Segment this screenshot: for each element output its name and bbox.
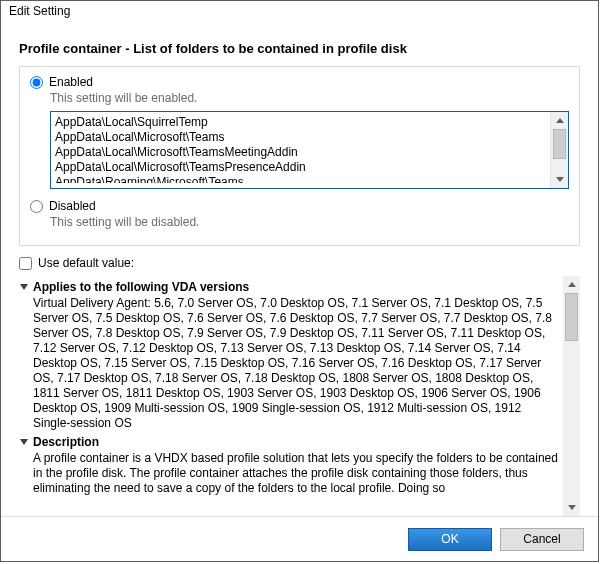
use-default-label: Use default value: — [38, 256, 134, 270]
description-body: A profile container is a VHDX based prof… — [33, 451, 559, 496]
list-item[interactable]: AppData\Local\Microsoft\TeamsMeetingAddi… — [55, 145, 546, 160]
svg-marker-3 — [20, 439, 28, 445]
button-bar: OK Cancel — [1, 516, 598, 561]
setting-value-group: Enabled This setting will be enabled. Ap… — [19, 66, 580, 246]
ok-button[interactable]: OK — [408, 528, 492, 551]
svg-marker-2 — [20, 284, 28, 290]
info-scrollbar[interactable] — [563, 276, 580, 516]
applies-header[interactable]: Applies to the following VDA versions — [19, 280, 559, 294]
list-item[interactable]: AppData\Local\SquirrelTemp — [55, 115, 546, 130]
applies-body: Virtual Delivery Agent: 5.6, 7.0 Server … — [33, 296, 559, 431]
scroll-track[interactable] — [563, 293, 580, 499]
listbox-scrollbar[interactable] — [550, 112, 568, 188]
use-default-row[interactable]: Use default value: — [19, 256, 580, 270]
enabled-desc: This setting will be enabled. — [50, 91, 569, 105]
cancel-button[interactable]: Cancel — [500, 528, 584, 551]
page-title: Profile container - List of folders to b… — [19, 41, 580, 56]
enabled-label: Enabled — [49, 75, 93, 89]
use-default-checkbox[interactable] — [19, 257, 32, 270]
list-item[interactable]: AppData\Local\Microsoft\Teams — [55, 130, 546, 145]
scroll-up-icon[interactable] — [551, 112, 568, 129]
edit-setting-window: Edit Setting Profile container - List of… — [0, 0, 599, 562]
description-header-label: Description — [33, 435, 99, 449]
disabled-radio[interactable] — [30, 200, 43, 213]
disabled-desc: This setting will be disabled. — [50, 215, 569, 229]
folders-listbox[interactable]: AppData\Local\SquirrelTemp AppData\Local… — [50, 111, 569, 189]
chevron-down-icon — [19, 437, 29, 447]
info-panel: Applies to the following VDA versions Vi… — [19, 276, 563, 516]
disabled-radio-row[interactable]: Disabled — [30, 199, 569, 213]
description-header[interactable]: Description — [19, 435, 559, 449]
scroll-up-icon[interactable] — [563, 276, 580, 293]
window-title: Edit Setting — [1, 1, 598, 28]
svg-marker-1 — [556, 177, 564, 182]
enabled-radio-row[interactable]: Enabled — [30, 75, 569, 89]
enabled-radio[interactable] — [30, 76, 43, 89]
disabled-label: Disabled — [49, 199, 96, 213]
scroll-thumb[interactable] — [553, 129, 566, 159]
scroll-down-icon[interactable] — [551, 171, 568, 188]
svg-marker-5 — [568, 505, 576, 510]
svg-marker-4 — [568, 282, 576, 287]
applies-header-label: Applies to the following VDA versions — [33, 280, 249, 294]
list-item[interactable]: AppData\Roaming\Microsoft\Teams — [55, 175, 546, 183]
chevron-down-icon — [19, 282, 29, 292]
scroll-track[interactable] — [551, 129, 568, 171]
list-item[interactable]: AppData\Local\Microsoft\TeamsPresenceAdd… — [55, 160, 546, 175]
svg-marker-0 — [556, 118, 564, 123]
scroll-down-icon[interactable] — [563, 499, 580, 516]
scroll-thumb[interactable] — [565, 293, 578, 341]
